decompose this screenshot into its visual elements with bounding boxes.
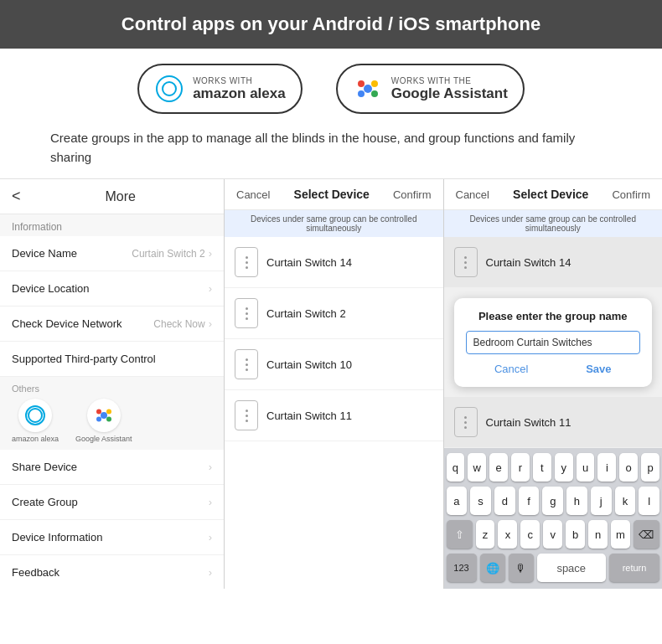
center-confirm[interactable]: Confirm: [393, 188, 432, 201]
device-name-value: Curtain Switch 2: [132, 248, 204, 260]
key-y[interactable]: y: [555, 453, 573, 482]
key-z[interactable]: z: [476, 520, 495, 549]
chevron-icon: ›: [209, 531, 212, 544]
key-w[interactable]: w: [468, 453, 486, 482]
svg-point-5: [101, 412, 107, 419]
svg-point-1: [358, 80, 365, 87]
key-l[interactable]: l: [639, 487, 659, 515]
device-icon: [454, 407, 478, 437]
create-group-item[interactable]: Create Group ›: [0, 485, 224, 520]
shift-key[interactable]: ⇧: [447, 520, 473, 549]
google-icon: [353, 74, 383, 104]
key-i[interactable]: i: [597, 453, 616, 482]
alexa-icon: [154, 74, 184, 104]
keyboard-row-4: 123 🌐 🎙 space return: [447, 554, 660, 582]
chevron-icon: ›: [209, 461, 212, 473]
info-section-header: Information: [0, 214, 224, 236]
key-c[interactable]: c: [520, 520, 540, 549]
key-a[interactable]: a: [447, 487, 468, 515]
check-network-value: Check Now: [153, 318, 204, 330]
right-confirm[interactable]: Confirm: [612, 188, 650, 201]
key-f[interactable]: f: [519, 487, 540, 515]
dialog-title: Please enter the group name: [466, 310, 641, 322]
chevron-icon: ›: [209, 317, 212, 330]
google-text: works with the Google Assistant: [391, 76, 508, 102]
share-device-item[interactable]: Share Device ›: [0, 450, 224, 485]
numbers-key[interactable]: 123: [447, 554, 477, 582]
others-label: Others: [12, 384, 212, 394]
key-x[interactable]: x: [498, 520, 517, 549]
device-icon: [454, 247, 478, 277]
center-header: Cancel Select Device Confirm: [225, 179, 443, 210]
keyboard-row-2: a s d f g h j k l: [447, 487, 660, 515]
dialog-cancel-button[interactable]: Cancel: [494, 363, 528, 375]
device-name: Curtain Switch 10: [266, 358, 352, 371]
group-name-input[interactable]: [466, 331, 641, 354]
chevron-icon: ›: [209, 282, 212, 295]
device-location-item[interactable]: Device Location ›: [0, 271, 224, 307]
device-name: Curtain Switch 11: [266, 410, 352, 422]
chevron-icon: ›: [209, 496, 212, 508]
right-info-bar: Devices under same group can be controll…: [444, 210, 663, 237]
key-p[interactable]: p: [641, 453, 659, 482]
key-u[interactable]: u: [577, 453, 595, 482]
ga-label: Google Assistant: [75, 435, 132, 443]
alexa-label: amazon alexa: [12, 435, 59, 443]
return-key[interactable]: return: [609, 554, 659, 582]
key-r[interactable]: r: [511, 453, 530, 482]
svg-point-9: [96, 417, 101, 422]
alexa-text: WORKS WITH amazon alexa: [193, 76, 286, 102]
google-works-with: works with the: [391, 76, 508, 85]
key-t[interactable]: t: [533, 453, 551, 482]
list-item[interactable]: Curtain Switch 14: [225, 237, 443, 288]
alexa-icon-item[interactable]: amazon alexa: [12, 399, 59, 443]
share-device-label: Share Device: [12, 461, 77, 473]
dialog-buttons: Cancel Save: [466, 363, 641, 375]
center-title: Select Device: [294, 188, 370, 201]
key-e[interactable]: e: [489, 453, 508, 482]
space-key[interactable]: space: [537, 554, 607, 582]
key-h[interactable]: h: [566, 487, 587, 515]
right-cancel[interactable]: Cancel: [456, 188, 489, 201]
keyboard-row-3: ⇧ z x c v b n m ⌫: [447, 520, 660, 549]
others-section: Others amazon alexa: [0, 377, 224, 450]
list-item[interactable]: Curtain Switch 14: [444, 237, 663, 288]
key-d[interactable]: d: [494, 487, 515, 515]
center-cancel[interactable]: Cancel: [236, 188, 270, 201]
check-network-item[interactable]: Check Device Network Check Now ›: [0, 307, 224, 342]
list-item[interactable]: Curtain Switch 2: [225, 288, 443, 339]
right-phone: Cancel Select Device Confirm Devices und…: [444, 179, 663, 589]
feedback-label: Feedback: [12, 566, 59, 579]
third-party-label: Supported Third-party Control: [12, 353, 156, 365]
key-n[interactable]: n: [588, 520, 608, 549]
left-phone: < More Information Device Name Curtain S…: [0, 179, 225, 589]
key-o[interactable]: o: [619, 453, 638, 482]
mic-key[interactable]: 🎙: [509, 554, 534, 582]
key-m[interactable]: m: [611, 520, 630, 549]
device-information-item[interactable]: Device Information ›: [0, 520, 224, 555]
google-name: Google Assistant: [391, 85, 508, 102]
list-item[interactable]: Curtain Switch 10: [225, 339, 443, 390]
key-v[interactable]: v: [543, 520, 562, 549]
list-item[interactable]: Curtain Switch 11: [444, 397, 663, 448]
google-assistant-item[interactable]: Google Assistant: [75, 399, 132, 443]
feedback-item[interactable]: Feedback ›: [0, 555, 224, 589]
center-phone: Cancel Select Device Confirm Devices und…: [225, 179, 444, 589]
key-j[interactable]: j: [591, 487, 612, 515]
list-item[interactable]: Curtain Switch 11: [225, 390, 443, 441]
device-name-item[interactable]: Device Name Curtain Switch 2 ›: [0, 236, 224, 271]
key-s[interactable]: s: [470, 487, 491, 515]
device-information-label: Device Information: [12, 531, 102, 544]
back-button[interactable]: <: [12, 188, 21, 205]
svg-point-6: [96, 410, 101, 415]
key-b[interactable]: b: [566, 520, 585, 549]
chevron-icon: ›: [209, 247, 212, 260]
key-k[interactable]: k: [615, 487, 636, 515]
key-g[interactable]: g: [542, 487, 563, 515]
key-q[interactable]: q: [447, 453, 465, 482]
globe-key[interactable]: 🌐: [480, 554, 505, 582]
group-name-dialog: Please enter the group name Cancel Save: [454, 298, 653, 387]
delete-key[interactable]: ⌫: [634, 520, 659, 549]
dialog-save-button[interactable]: Save: [586, 363, 611, 375]
device-name-label: Device Name: [12, 247, 77, 260]
